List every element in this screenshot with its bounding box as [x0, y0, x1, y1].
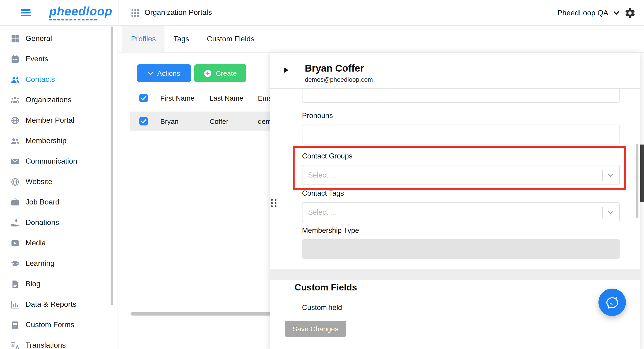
- actions-button-label: Actions: [157, 69, 180, 77]
- header-divider: [270, 88, 640, 89]
- globe-icon: [10, 116, 20, 125]
- sidebar-item-label: Job Board: [26, 198, 60, 206]
- logo-text: pheedloop: [49, 4, 112, 18]
- sidebar: General Events Contacts Organizations Me…: [0, 26, 118, 349]
- table-header-row: First Name Last Name Email: [130, 89, 270, 107]
- select-all-checkbox[interactable]: [140, 94, 148, 102]
- gear-icon[interactable]: [624, 7, 636, 18]
- contact-groups-select[interactable]: Select ...: [302, 165, 620, 185]
- sidebar-item-job-board[interactable]: Job Board: [0, 192, 118, 212]
- sidebar-item-label: Data & Reports: [26, 300, 76, 308]
- chevron-down-icon: [148, 71, 154, 75]
- row-checkbox[interactable]: [140, 117, 148, 125]
- collapse-caret-icon[interactable]: [284, 68, 288, 73]
- table-row[interactable]: Bryan Coffer demos@pheedloop.com: [130, 112, 270, 130]
- panel-drag-handle-icon[interactable]: [271, 199, 276, 207]
- top-bar: pheedloop Organization Portals PheedLoop…: [0, 0, 644, 26]
- sidebar-item-website[interactable]: Website: [0, 172, 118, 192]
- apps-grid-icon[interactable]: [132, 9, 139, 17]
- page-title: Organization Portals: [144, 8, 212, 17]
- media-icon: [10, 238, 20, 248]
- cell-last-name: Coffer: [210, 117, 228, 125]
- tab-profiles[interactable]: Profiles: [122, 26, 165, 52]
- select-separator: [602, 170, 603, 180]
- sidebar-item-custom-forms[interactable]: Custom Forms: [0, 314, 118, 335]
- contact-email: demos@pheedloop.com: [305, 76, 373, 83]
- actions-button[interactable]: Actions: [137, 64, 191, 82]
- sidebar-item-communication[interactable]: Communication: [0, 151, 118, 172]
- cell-first-name: Bryan: [160, 117, 178, 125]
- sidebar-scrollbar[interactable]: [110, 26, 113, 305]
- sidebar-item-learning[interactable]: Learning: [0, 253, 118, 274]
- learning-icon: [10, 259, 20, 268]
- contact-tags-label: Contact Tags: [302, 189, 344, 198]
- header-divider: [118, 0, 118, 25]
- mail-icon: [10, 156, 20, 166]
- pheedloop-logo[interactable]: pheedloop: [49, 4, 112, 20]
- custom-field-label: Custom field: [302, 304, 342, 312]
- globe-icon: [10, 177, 20, 186]
- tab-tags[interactable]: Tags: [165, 26, 198, 52]
- sidebar-item-label: Communication: [26, 157, 77, 166]
- contact-tags-select[interactable]: Select ...: [302, 202, 620, 222]
- sidebar-item-translations[interactable]: Translations: [0, 335, 118, 349]
- sidebar-item-label: Membership: [26, 137, 66, 145]
- membership-icon: [10, 136, 20, 146]
- create-button-label: Create: [216, 69, 237, 77]
- panel-scrollbar[interactable]: [636, 144, 638, 218]
- sidebar-item-label: Contacts: [26, 75, 55, 84]
- column-header-email: Email: [258, 94, 270, 102]
- column-header-last-name: Last Name: [210, 94, 243, 102]
- account-switcher[interactable]: PheedLoop QA: [557, 8, 608, 17]
- sidebar-item-media[interactable]: Media: [0, 233, 118, 253]
- sidebar-item-member-portal[interactable]: Member Portal: [0, 110, 118, 130]
- cell-email: demos@pheedloop.com: [258, 117, 270, 125]
- sidebar-item-data-reports[interactable]: Data & Reports: [0, 294, 118, 314]
- sidebar-item-events[interactable]: Events: [0, 49, 118, 69]
- sidebar-item-label: Learning: [26, 259, 54, 268]
- sidebar-item-label: Events: [26, 55, 48, 63]
- tab-bar: Profiles Tags Custom Fields: [118, 26, 644, 52]
- custom-fields-heading: Custom Fields: [294, 282, 357, 293]
- sidebar-item-label: Media: [26, 239, 46, 247]
- sidebar-item-label: Website: [26, 178, 52, 186]
- sidebar-item-donations[interactable]: Donations: [0, 212, 118, 233]
- membership-type-label: Membership Type: [302, 226, 359, 235]
- grid-icon: [10, 34, 20, 43]
- sidebar-item-label: General: [26, 34, 52, 43]
- previous-field-input[interactable]: [302, 89, 620, 103]
- detail-header: Bryan Coffer demos@pheedloop.com: [270, 52, 640, 88]
- contact-groups-label: Contact Groups: [302, 152, 352, 160]
- translate-icon: [10, 341, 20, 349]
- pronouns-label: Pronouns: [302, 112, 333, 120]
- sidebar-item-general[interactable]: General: [0, 28, 118, 49]
- sidebar-item-membership[interactable]: Membership: [0, 130, 118, 151]
- chat-support-button[interactable]: [598, 288, 626, 316]
- select-placeholder: Select ...: [302, 208, 602, 216]
- contact-detail-panel: Bryan Coffer demos@pheedloop.com Pronoun…: [270, 52, 640, 349]
- save-changes-button[interactable]: Save Changes: [285, 321, 346, 337]
- pronouns-input[interactable]: [302, 124, 620, 144]
- sidebar-item-contacts[interactable]: Contacts: [0, 69, 118, 90]
- window-scrollbar[interactable]: [640, 144, 644, 202]
- chat-bubble-icon: [604, 294, 620, 310]
- create-button[interactable]: Create: [194, 64, 246, 82]
- hamburger-menu-icon[interactable]: [21, 9, 31, 16]
- blog-icon: [10, 279, 20, 288]
- sidebar-item-label: Donations: [26, 218, 59, 227]
- tab-custom-fields[interactable]: Custom Fields: [198, 26, 263, 52]
- chevron-down-icon: [608, 173, 613, 177]
- chevron-down-icon[interactable]: [613, 11, 619, 15]
- contacts-icon: [10, 75, 20, 84]
- sidebar-item-organizations[interactable]: Organizations: [0, 90, 118, 110]
- sidebar-item-blog[interactable]: Blog: [0, 274, 118, 294]
- plus-circle-icon: [204, 69, 212, 77]
- sidebar-item-label: Member Portal: [26, 116, 74, 124]
- select-separator: [602, 206, 603, 218]
- form-icon: [10, 320, 20, 330]
- select-placeholder: Select ...: [302, 171, 602, 179]
- header-account-area: PheedLoop QA: [557, 0, 636, 26]
- calendar-icon: [10, 54, 20, 64]
- section-divider: [270, 269, 640, 280]
- horizontal-scrollbar[interactable]: [130, 312, 271, 316]
